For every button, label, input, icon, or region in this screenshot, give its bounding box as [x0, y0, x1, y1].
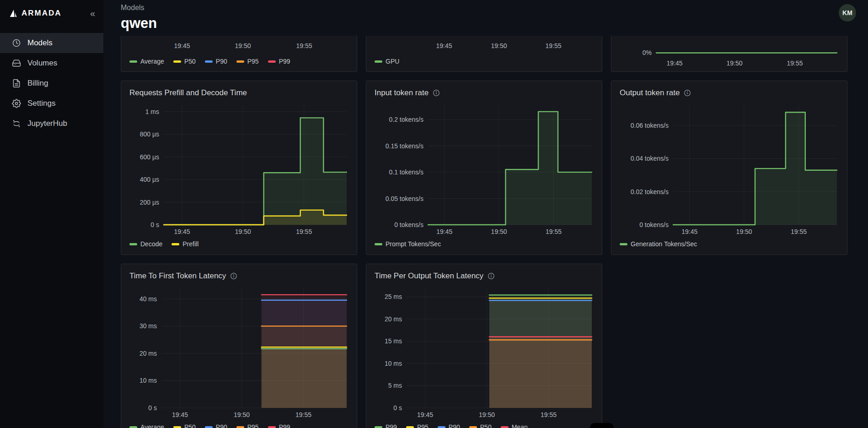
legend-item-generation-tokens-sec[interactable]: Generation Tokens/Sec — [620, 240, 697, 248]
jupyterhub-icon — [12, 119, 21, 128]
legend-item-p50[interactable]: P50 — [173, 58, 196, 65]
sidebar-item-models[interactable]: Models — [0, 33, 103, 53]
legend-item-gpu[interactable]: GPU — [375, 58, 399, 65]
app-root: ARMADA « Models Volumes — [0, 0, 868, 428]
sidebar-item-volumes[interactable]: Volumes — [0, 53, 103, 73]
legend-label: Mean — [512, 423, 528, 428]
legend-swatch — [236, 426, 244, 428]
chart-legend: P99P95P90P50Mean — [375, 423, 594, 428]
legend-item-p95[interactable]: P95 — [236, 423, 259, 428]
svg-text:19:55: 19:55 — [791, 228, 807, 235]
legend-item-prompt-tokens-sec[interactable]: Prompt Tokens/Sec — [375, 240, 441, 248]
legend-label: P95 — [247, 58, 259, 65]
svg-text:0.15 tokens/s: 0.15 tokens/s — [386, 142, 423, 150]
legend-item-p95[interactable]: P95 — [236, 58, 259, 65]
info-icon[interactable] — [433, 89, 440, 97]
legend-item-p90[interactable]: P90 — [205, 423, 227, 428]
svg-text:0 s: 0 s — [393, 404, 402, 412]
legend-label: Prefill — [182, 240, 198, 248]
flat-line-plot: 0% — [620, 48, 839, 59]
svg-text:1 ms: 1 ms — [145, 108, 159, 115]
chart-plot: 19:4519:5019:550.06 tokens/s0.04 tokens/… — [620, 99, 839, 237]
x-tick-label: 19:50 — [235, 42, 251, 49]
panel-input-token-rate: Input token rate19:4519:5019:550.2 token… — [366, 81, 602, 255]
panel-title: Time To First Token Latency — [129, 271, 226, 281]
legend-item-average[interactable]: Average — [129, 423, 164, 428]
svg-text:19:55: 19:55 — [295, 411, 311, 418]
svg-text:19:55: 19:55 — [546, 228, 562, 235]
sidebar-item-label: Billing — [27, 79, 48, 88]
x-tick-label: 19:55 — [545, 42, 561, 49]
legend-label: P99 — [279, 58, 290, 65]
legend-label: P95 — [417, 423, 429, 428]
svg-text:20 ms: 20 ms — [139, 350, 157, 357]
avatar[interactable]: KM — [839, 4, 856, 22]
svg-text:19:50: 19:50 — [235, 228, 251, 235]
svg-text:0.02 tokens/s: 0.02 tokens/s — [631, 188, 669, 195]
legend-label: P95 — [247, 423, 259, 428]
svg-text:200 µs: 200 µs — [140, 199, 159, 206]
chart-legend: DecodePrefill — [129, 240, 348, 248]
panel-header: Output token rate — [620, 87, 839, 98]
info-icon[interactable] — [488, 272, 495, 280]
main-area: Models qwen KM 19:4519:5019:55AverageP50… — [103, 0, 868, 428]
page-header: Models qwen KM — [103, 0, 868, 36]
panel-title: Time Per Output Token Latency — [375, 271, 483, 281]
sidebar: ARMADA « Models Volumes — [0, 0, 103, 428]
panel-title: Output token rate — [620, 88, 680, 98]
chart-plot: 19:4519:5019:551 ms800 µs600 µs400 µs200… — [129, 99, 348, 237]
legend-swatch — [501, 426, 509, 428]
bottom-overflow-pill — [590, 423, 614, 428]
legend-item-p99[interactable]: P99 — [268, 423, 290, 428]
legend-item-mean[interactable]: Mean — [501, 423, 528, 428]
legend-swatch — [129, 60, 137, 63]
chart-legend: AverageP50P90P95P99 — [129, 423, 348, 428]
chart-plot: 19:4519:5019:5525 ms20 ms15 ms10 ms5 ms0… — [375, 282, 594, 420]
legend-swatch — [205, 426, 213, 428]
info-icon[interactable] — [684, 89, 691, 97]
legend-swatch — [375, 426, 382, 428]
svg-text:0 s: 0 s — [150, 221, 159, 228]
sidebar-header: ARMADA « — [0, 0, 103, 27]
chart-legend: AverageP50P90P95P99 — [129, 58, 348, 65]
legend-item-p99[interactable]: P99 — [268, 58, 290, 65]
legend-label: P90 — [216, 423, 227, 428]
legend-item-decode[interactable]: Decode — [129, 240, 162, 248]
info-icon[interactable] — [230, 272, 237, 280]
legend-item-p90[interactable]: P90 — [205, 58, 227, 65]
panel-partial: 19:4519:5019:55GPU — [366, 36, 602, 72]
legend-item-p90[interactable]: P90 — [438, 423, 460, 428]
legend-swatch — [205, 60, 213, 63]
sidebar-item-billing[interactable]: Billing — [0, 73, 103, 93]
legend-item-p50[interactable]: P50 — [173, 423, 196, 428]
sidebar-nav: Models Volumes Billing — [0, 33, 103, 134]
legend-label: Average — [140, 58, 164, 65]
collapse-sidebar-button[interactable]: « — [90, 9, 95, 18]
legend-swatch — [375, 243, 382, 245]
legend-item-p50[interactable]: P50 — [469, 423, 492, 428]
panel-partial: 0%19:4519:5019:55 — [611, 36, 847, 72]
legend-item-prefill[interactable]: Prefill — [171, 240, 198, 248]
panel-header: Input token rate — [375, 87, 594, 98]
svg-text:0.06 tokens/s: 0.06 tokens/s — [631, 122, 669, 129]
svg-text:0 tokens/s: 0 tokens/s — [394, 221, 423, 228]
sidebar-item-jupyterhub[interactable]: JupyterHub — [0, 114, 103, 134]
legend-swatch — [236, 60, 244, 63]
x-tick-label: 19:50 — [726, 60, 742, 67]
svg-text:20 ms: 20 ms — [385, 315, 402, 323]
panel-time-to-first-token-latency: Time To First Token Latency19:4519:5019:… — [121, 264, 357, 428]
sidebar-item-settings[interactable]: Settings — [0, 93, 103, 114]
panel-partial: 19:4519:5019:55AverageP50P90P95P99 — [121, 36, 357, 72]
legend-item-p95[interactable]: P95 — [406, 423, 429, 428]
x-axis-ticks: 19:4519:5019:55 — [620, 59, 839, 68]
legend-item-p99[interactable]: P99 — [375, 423, 397, 428]
breadcrumb[interactable]: Models — [121, 4, 868, 12]
panel-header: Requests Prefill and Decode Time — [129, 87, 348, 98]
legend-item-average[interactable]: Average — [129, 58, 164, 65]
legend-label: P50 — [480, 423, 492, 428]
models-icon — [12, 38, 21, 48]
logo-text: ARMADA — [21, 9, 62, 18]
x-tick-label: 19:50 — [491, 42, 507, 49]
panels-grid: 19:4519:5019:55AverageP50P90P95P9919:451… — [121, 36, 847, 428]
chart-plot: 19:4519:5019:5540 ms30 ms20 ms10 ms0 s — [129, 282, 348, 420]
